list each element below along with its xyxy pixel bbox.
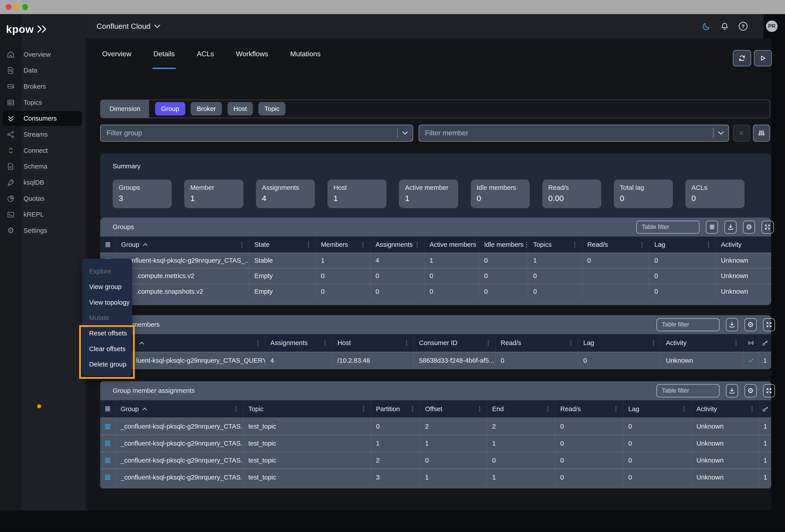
notifications-bell-icon[interactable] — [720, 22, 729, 30]
kebab-icon[interactable]: ⋮ — [410, 405, 416, 413]
sidebar-item-quotas[interactable]: Quotas — [0, 190, 85, 207]
column-header-activity[interactable]: Activity — [716, 237, 771, 252]
kebab-icon[interactable]: ⋮ — [733, 339, 739, 346]
row-menu-button[interactable] — [100, 418, 116, 435]
kebab-icon[interactable]: ⋮ — [613, 405, 619, 413]
column-header-members[interactable]: Members⋮ — [316, 237, 370, 252]
column-header-group[interactable]: Group⋮ — [116, 400, 243, 418]
tab-details[interactable]: Details — [153, 50, 175, 69]
kebab-icon[interactable]: ⋮ — [476, 241, 479, 248]
kebab-icon[interactable]: ⋮ — [639, 241, 645, 248]
kebab-icon[interactable]: ⋮ — [705, 241, 711, 248]
groups-table-filter-input[interactable] — [636, 221, 700, 234]
sidebar-item-ksqldb[interactable]: ksqlDB — [0, 175, 85, 191]
chevron-down-icon[interactable] — [713, 131, 729, 135]
kebab-icon[interactable]: ⋮ — [681, 405, 687, 413]
table-row[interactable]: _confluent-ksql-pksqlc-g29nrquery_CTAS..… — [100, 435, 771, 452]
kebab-icon[interactable]: ⋮ — [749, 405, 755, 413]
column-header-active-members[interactable]: Active members⋮ — [425, 237, 479, 252]
menu-item-view-topology[interactable]: View topology — [82, 295, 132, 310]
table-settings-button[interactable]: ⚙ — [744, 384, 757, 397]
kebab-icon[interactable]: ⋮ — [568, 339, 574, 346]
chevron-down-icon[interactable] — [398, 131, 413, 135]
dimension-chip-host[interactable]: Host — [228, 102, 253, 115]
dimension-chip-broker[interactable]: Broker — [191, 102, 222, 115]
user-avatar[interactable]: PR — [766, 21, 778, 32]
dark-mode-moon-icon[interactable] — [702, 22, 711, 31]
sidebar-item-consumers[interactable]: Consumers — [0, 111, 85, 127]
tab-mutations[interactable]: Mutations — [290, 50, 321, 69]
column-header-consumer-id[interactable]: Consumer ID⋮ — [414, 334, 496, 351]
clear-filter-button[interactable]: ✕ — [733, 125, 750, 141]
column-header-lag[interactable]: Lag⋮ — [624, 400, 691, 418]
sidebar-item-overview[interactable]: Overview — [0, 47, 85, 62]
kebab-icon[interactable]: ⋮ — [524, 241, 528, 248]
fullscreen-button[interactable] — [762, 221, 774, 234]
column-header-lag[interactable]: Lag⋮ — [578, 334, 661, 351]
column-header-offset[interactable]: Offset⋮ — [420, 400, 487, 418]
tab-acls[interactable]: ACLs — [197, 50, 214, 69]
sidebar-item-krepl[interactable]: kREPL — [0, 207, 85, 223]
table-row[interactable]: _confluent-ksql-pksqlc-g29nrquery_CTAS..… — [100, 418, 771, 435]
column-header-assignments[interactable]: Assignments⋮ — [371, 237, 425, 252]
dimension-chip-topic[interactable]: Topic — [258, 102, 286, 115]
column-header-lag[interactable]: Lag⋮ — [649, 237, 716, 252]
columns-menu-button[interactable] — [706, 221, 718, 234]
sidebar-item-connect[interactable]: Connect — [0, 142, 85, 159]
kpow-logo[interactable]: kpow — [6, 23, 48, 35]
kebab-icon[interactable]: ⋮ — [233, 405, 239, 413]
tab-overview[interactable]: Overview — [102, 50, 131, 69]
column-header-idle-members[interactable]: Idle members⋮ — [479, 237, 528, 252]
assignments-table-filter-input[interactable] — [657, 384, 719, 397]
kebab-icon[interactable]: ⋮ — [306, 241, 311, 248]
sidebar-item-schema[interactable]: Schema — [0, 159, 85, 175]
close-window-button[interactable] — [6, 4, 11, 10]
fullscreen-button[interactable] — [763, 384, 775, 397]
kebab-icon[interactable]: ⋮ — [360, 241, 366, 248]
cluster-selector[interactable]: Confluent Cloud — [97, 22, 160, 31]
kebab-icon[interactable]: ⋮ — [545, 405, 551, 413]
column-header-topic[interactable]: Topic⋮ — [244, 400, 371, 418]
column-header-partition[interactable]: Partition⋮ — [371, 400, 420, 418]
table-row[interactable]: _confluent-ksql-pksqlc-g29nrquery_CTAS..… — [100, 452, 771, 469]
zoom-window-button[interactable] — [22, 4, 28, 10]
download-button[interactable] — [725, 221, 736, 234]
column-header-state[interactable]: State⋮ — [249, 237, 316, 252]
refresh-button[interactable] — [733, 50, 751, 66]
play-button[interactable] — [754, 50, 772, 66]
column-header-group[interactable]: Group⋮ — [116, 237, 249, 252]
kebab-icon[interactable]: ⋮ — [651, 339, 657, 346]
table-row[interactable]: luent-ksql-pksqlc-g29nrquery_CTAS_QUERY.… — [100, 352, 771, 369]
help-icon[interactable]: ? — [739, 22, 748, 31]
sidebar-item-settings[interactable]: ⚙ Settings — [0, 223, 85, 239]
column-header-assignments[interactable]: Assignments⋮ — [265, 334, 332, 351]
table-row[interactable]: .compute.metrics.v2 Empty 0 0 0 0 0 0 Un… — [100, 268, 771, 284]
table-settings-button[interactable]: ⚙ — [743, 221, 755, 234]
sidebar-item-topics[interactable]: Topics — [0, 95, 85, 111]
column-header-reads[interactable]: Read/s⋮ — [555, 400, 624, 418]
sidebar-item-streams[interactable]: Streams — [0, 127, 85, 143]
minimize-window-button[interactable] — [14, 4, 20, 10]
download-button[interactable] — [726, 318, 738, 331]
column-header-reads[interactable]: Read/s⋮ — [496, 334, 579, 351]
kebab-icon[interactable]: ⋮ — [414, 241, 420, 248]
kebab-icon[interactable]: ⋮ — [239, 241, 245, 248]
download-button[interactable] — [726, 384, 738, 397]
row-menu-button[interactable] — [100, 469, 116, 485]
column-header-reads[interactable]: Read/s⋮ — [582, 237, 649, 252]
column-header-activity[interactable]: Activity⋮ — [691, 400, 760, 418]
filter-member-input[interactable] — [419, 129, 713, 137]
kebab-icon[interactable]: ⋮ — [360, 405, 366, 413]
kebab-icon[interactable]: ⋮ — [404, 339, 410, 346]
row-menu-button[interactable] — [100, 452, 116, 469]
column-header-end[interactable]: End⋮ — [487, 400, 555, 418]
kebab-icon[interactable]: ⋮ — [477, 405, 483, 413]
menu-item-view-group[interactable]: View group — [82, 279, 132, 295]
table-row[interactable]: .compute.snapshots.v2 Empty 0 0 0 0 0 0 … — [100, 284, 771, 299]
column-header-activity[interactable]: Activity⋮ — [661, 334, 744, 351]
column-header-topics[interactable]: Topics⋮ — [528, 237, 582, 252]
table-row[interactable]: _confluent-ksql-pksqlc-g29nrquery_CTAS_.… — [100, 252, 771, 268]
row-menu-button[interactable] — [100, 435, 116, 452]
filter-group-input[interactable] — [101, 129, 397, 137]
kebab-icon[interactable]: ⋮ — [255, 339, 261, 346]
